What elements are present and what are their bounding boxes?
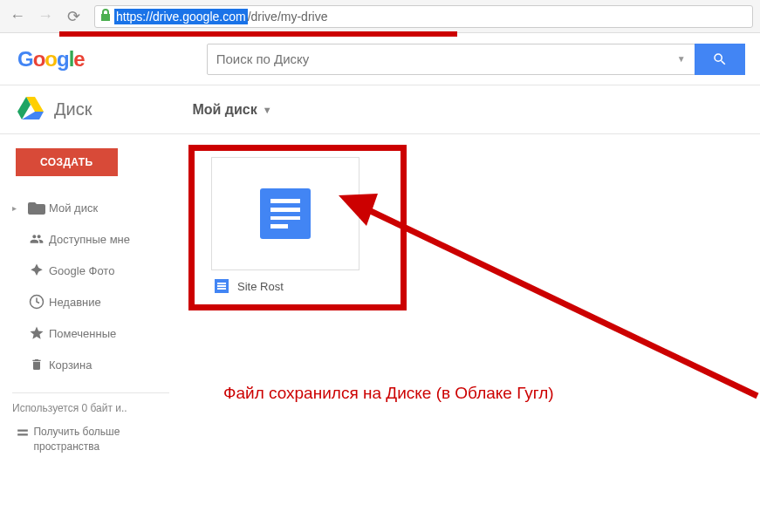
chevron-down-icon: ▼	[263, 105, 272, 115]
sidebar-item-starred[interactable]: Помеченные	[0, 317, 181, 349]
storage-icon	[12, 426, 33, 439]
photos-icon	[24, 263, 49, 278]
app-header: Google ▼	[0, 33, 760, 85]
trash-icon	[24, 357, 49, 372]
file-label-row: Site Rost	[211, 270, 359, 302]
svg-line-0	[356, 204, 757, 396]
clock-icon	[24, 294, 49, 310]
search-container: ▼	[207, 44, 745, 75]
file-thumbnail	[211, 157, 359, 270]
sidebar-item-label: Google Фото	[49, 264, 114, 277]
file-tile[interactable]: Site Rost	[211, 157, 359, 302]
search-icon	[712, 51, 728, 67]
sidebar: СОЗДАТЬ ▸ Мой диск Доступные мне Google …	[0, 134, 181, 532]
sidebar-item-trash[interactable]: Корзина	[0, 349, 181, 380]
product-name: Диск	[54, 99, 92, 119]
annotation-arrow	[330, 178, 760, 405]
storage-upgrade-link[interactable]: Получить больше пространства	[0, 421, 181, 458]
sidebar-item-label: Доступные мне	[49, 233, 130, 246]
storage-usage: Используется 0 байт и..	[0, 402, 181, 421]
folder-icon	[24, 201, 49, 215]
breadcrumb-label: Мой диск	[192, 102, 257, 118]
main: СОЗДАТЬ ▸ Мой диск Доступные мне Google …	[0, 134, 760, 532]
annotation-underline	[59, 31, 457, 37]
expand-icon[interactable]: ▸	[12, 203, 24, 213]
divider	[12, 392, 169, 393]
reload-button[interactable]: ⟳	[63, 6, 84, 27]
doc-icon-small	[215, 279, 229, 293]
annotation-text: Файл сохранился на Диске (в Облаке Гугл)	[223, 384, 554, 403]
url-origin: https://drive.google.com	[114, 9, 248, 24]
storage-link-label: Получить больше пространства	[33, 425, 169, 454]
browser-chrome: ← → ⟳ https://drive.google.com /drive/my…	[0, 0, 760, 33]
doc-icon	[260, 188, 311, 239]
sidebar-item-photos[interactable]: Google Фото	[0, 255, 181, 286]
forward-button[interactable]: →	[35, 6, 56, 27]
drive-icon	[17, 97, 44, 123]
sidebar-item-mydrive[interactable]: ▸ Мой диск	[0, 192, 181, 223]
breadcrumb[interactable]: Мой диск ▼	[192, 102, 271, 118]
sidebar-item-label: Мой диск	[49, 201, 98, 215]
search-input[interactable]	[216, 51, 672, 66]
lock-icon	[100, 9, 111, 24]
url-path: /drive/my-drive	[248, 10, 328, 24]
google-logo[interactable]: Google	[17, 47, 85, 72]
address-bar[interactable]: https://drive.google.com /drive/my-drive	[94, 5, 753, 28]
toolbar: Диск Мой диск ▼	[0, 85, 760, 134]
sidebar-item-shared[interactable]: Доступные мне	[0, 223, 181, 255]
sidebar-item-label: Помеченные	[49, 327, 116, 340]
search-button[interactable]	[695, 44, 745, 75]
create-button[interactable]: СОЗДАТЬ	[16, 148, 118, 176]
sidebar-item-label: Корзина	[49, 358, 92, 372]
search-dropdown-icon[interactable]: ▼	[677, 54, 686, 64]
shared-icon	[24, 232, 49, 246]
star-icon	[24, 325, 49, 341]
search-box[interactable]: ▼	[207, 44, 695, 75]
content-area: Site Rost Файл сохранился на Диске (в Об…	[181, 134, 760, 532]
back-button[interactable]: ←	[7, 6, 28, 27]
sidebar-item-label: Недавние	[49, 296, 101, 309]
sidebar-item-recent[interactable]: Недавние	[0, 286, 181, 317]
file-name: Site Rost	[237, 280, 284, 293]
